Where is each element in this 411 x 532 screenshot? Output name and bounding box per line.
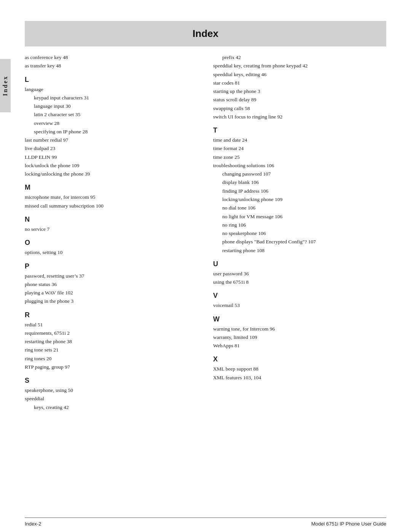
left-column: as conference key 48as transfer key 48 L… (25, 53, 198, 511)
section-header: R (25, 311, 198, 319)
section-header: S (25, 377, 198, 385)
list-item: locking/unlocking phone 109 (213, 195, 386, 204)
list-item: finding IP address 106 (213, 187, 386, 195)
list-item: phone status 36 (25, 280, 198, 289)
section-header: P (25, 262, 198, 270)
list-item: language (25, 85, 198, 94)
list-item: playing a WAV file 102 (25, 289, 198, 297)
list-item: requirements, 6751i 2 (25, 329, 198, 337)
list-item: overview 28 (25, 119, 198, 128)
list-item: ring tones 20 (25, 355, 198, 363)
list-item: no dial tone 106 (213, 204, 386, 212)
section-header: W (213, 315, 386, 323)
list-item: prefix 42 (213, 53, 386, 62)
list-item: restarting the phone 38 (25, 337, 198, 346)
list-item: changing password 107 (213, 170, 386, 178)
list-item: time format 24 (213, 144, 386, 153)
list-item: microphone mute, for intercom 95 (25, 193, 198, 201)
list-item: warning tone, for Intercom 96 (213, 325, 386, 333)
list-item: as transfer key 48 (25, 62, 198, 70)
list-item: LLDP ELIN 99 (25, 153, 198, 161)
list-item: keypad input characters 31 (25, 94, 198, 102)
section-header: U (213, 260, 386, 268)
list-item: display blank 106 (213, 178, 386, 187)
section-header: L (25, 76, 198, 84)
right-sections: Ttime and date 24time format 24time zone… (213, 126, 386, 382)
list-item: missed call summary subscription 100 (25, 202, 198, 210)
list-item: time zone 25 (213, 153, 386, 161)
footer: Index-2 Model 6751i IP Phone User Guide (25, 518, 386, 532)
list-item: latin 2 character set 35 (25, 110, 198, 119)
left-top-entries: as conference key 48as transfer key 48 (25, 53, 198, 70)
list-item: status scroll delay 89 (213, 96, 386, 104)
title-area: Index (25, 21, 386, 46)
list-item: XML features 103, 104 (213, 374, 386, 382)
left-sections: Llanguagekeypad input characters 31langu… (25, 76, 198, 412)
right-column: prefix 42speeddial key, creating from ph… (213, 53, 386, 511)
right-top-entries: prefix 42speeddial key, creating from ph… (213, 53, 386, 121)
list-item: switch UI focus to ringing line 92 (213, 113, 386, 121)
list-item: RTP paging, group 97 (25, 363, 198, 371)
list-item: plugging in the phone 3 (25, 297, 198, 305)
side-tab-label: Index (2, 75, 9, 96)
list-item: no service 7 (25, 225, 198, 233)
list-item: swapping calls 58 (213, 104, 386, 113)
list-item: specifying on IP phone 28 (25, 128, 198, 136)
section-header: X (213, 355, 386, 363)
list-item: voicemail 53 (213, 301, 386, 310)
list-item: using the 6751i 8 (213, 278, 386, 286)
list-item: speeddial (25, 395, 198, 403)
list-item: no light for VM message 106 (213, 212, 386, 221)
list-item: locking/unlocking the phone 39 (25, 170, 198, 178)
page: Index Index as conference key 48as trans… (0, 0, 411, 532)
section-header: M (25, 184, 198, 192)
list-item: language input 30 (25, 102, 198, 110)
list-item: XML beep support 88 (213, 365, 386, 373)
section-header: O (25, 239, 198, 247)
section-header: V (213, 292, 386, 300)
list-item: ring tone sets 21 (25, 346, 198, 354)
list-item: lock/unlock the phone 109 (25, 161, 198, 170)
content-area: as conference key 48as transfer key 48 L… (25, 46, 386, 511)
list-item: warranty, limited 109 (213, 333, 386, 342)
list-item: no speakerphone 106 (213, 229, 386, 238)
list-item: speakerphone, using 50 (25, 386, 198, 395)
list-item: options, setting 10 (25, 248, 198, 257)
list-item: troubleshooting solutions 106 (213, 161, 386, 170)
list-item: speeddial key, creating from phone keypa… (213, 62, 386, 70)
list-item: redial 51 (25, 321, 198, 329)
list-item: live dialpad 23 (25, 144, 198, 153)
list-item: time and date 24 (213, 136, 386, 144)
list-item: last number redial 97 (25, 136, 198, 144)
list-item: no ring 106 (213, 221, 386, 229)
list-item: starting up the phone 3 (213, 87, 386, 96)
list-item: restarting phone 108 (213, 246, 386, 255)
list-item: speeddial keys, editing 46 (213, 70, 386, 79)
list-item: keys, creating 42 (25, 403, 198, 412)
footer-right: Model 6751i IP Phone User Guide (311, 521, 386, 527)
list-item: user password 36 (213, 270, 386, 278)
footer-left: Index-2 (25, 521, 41, 527)
list-item: as conference key 48 (25, 53, 198, 62)
side-tab: Index (0, 59, 11, 112)
section-header: T (213, 126, 386, 134)
list-item: password, resetting user’s 37 (25, 272, 198, 280)
list-item: WebApps 81 (213, 342, 386, 350)
section-header: N (25, 216, 198, 224)
list-item: star codes 81 (213, 79, 386, 87)
page-title: Index (25, 28, 386, 40)
list-item: phone displays "Bad Encrypted Config"? 1… (213, 238, 386, 246)
